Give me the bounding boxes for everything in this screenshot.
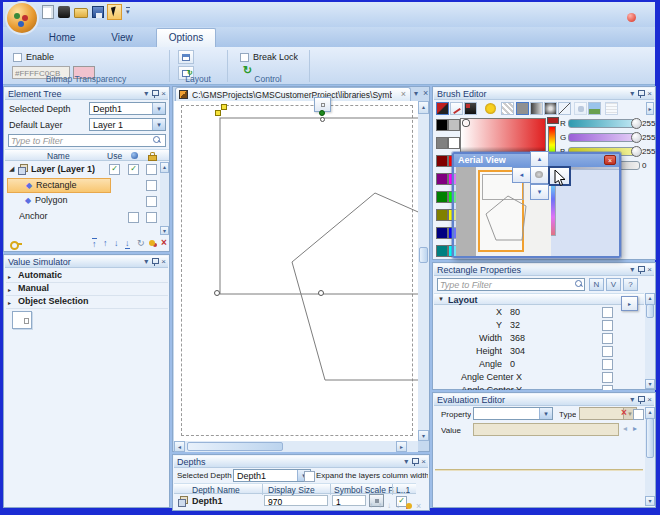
pin-icon[interactable] [151, 89, 158, 99]
selection-thumbnail[interactable] [12, 311, 32, 329]
pin-icon[interactable] [637, 265, 644, 275]
object-selection-label[interactable]: Object Selection [18, 296, 89, 306]
document-tab[interactable]: C:\GMSProjects\GMSCustomerProject\librar… [175, 87, 411, 101]
rectangle-properties-header[interactable]: Rectangle Properties ▾ × [434, 264, 654, 276]
tree-row-label[interactable]: Anchor [19, 211, 48, 221]
scroll-up-icon[interactable]: ▴ [418, 101, 429, 114]
slider-g-thumb[interactable] [631, 132, 642, 143]
bitmap-brush-icon[interactable] [464, 102, 477, 115]
save-layout-button[interactable] [178, 50, 194, 64]
tree-row-label[interactable]: Rectangle [36, 180, 77, 190]
expander-closed-icon[interactable]: ▸ [8, 272, 11, 282]
evaluation-checkbox[interactable] [633, 409, 644, 420]
lock-checkbox[interactable] [146, 180, 157, 191]
visibility-column-icon[interactable] [131, 152, 138, 159]
pen-brush-icon[interactable] [450, 102, 463, 115]
rotate-handle[interactable] [215, 110, 221, 116]
no-brush-icon[interactable] [501, 102, 514, 115]
expand-layers-checkbox[interactable] [304, 471, 315, 482]
picture-icon[interactable] [588, 102, 601, 115]
canvas-vscrollbar[interactable]: ▴ ▾ [418, 101, 429, 441]
visible-checkbox[interactable] [128, 212, 139, 223]
default-layer-combobox[interactable]: Layer 1 ▾ [89, 118, 166, 131]
properties-filter-input[interactable] [437, 278, 585, 291]
properties-scrollbar[interactable]: ▴ ▾ [645, 293, 655, 389]
evaluation-scrollbar[interactable]: ▴ ▾ [645, 407, 655, 506]
tree-row-anchor[interactable]: Anchor [5, 210, 161, 225]
scroll-thumb[interactable] [646, 418, 654, 458]
tab-home[interactable]: Home [36, 29, 88, 47]
automatic-label[interactable]: Automatic [18, 270, 62, 280]
canvas-hscrollbar[interactable]: ◂ ▸ [174, 441, 418, 452]
property-row-y[interactable]: Y 32 [434, 319, 644, 332]
scroll-down-icon[interactable]: ▾ [160, 226, 169, 235]
scroll-left-icon[interactable]: ◂ [174, 441, 185, 452]
lock-checkbox[interactable] [146, 164, 157, 175]
scroll-down-icon[interactable]: ▾ [645, 496, 655, 506]
flower-icon[interactable] [406, 503, 412, 509]
use-checkbox-checked[interactable]: ✓ [109, 164, 120, 175]
property-value[interactable]: 304 [510, 346, 570, 356]
property-row-width[interactable]: Width 368 [434, 332, 644, 345]
pattern-grid-icon[interactable] [605, 102, 618, 115]
element-tree-header[interactable]: Element Tree ▾ × [5, 88, 168, 100]
symbol-scale-cell[interactable]: 1 [332, 495, 366, 506]
property-bind-checkbox[interactable] [602, 307, 613, 318]
anchor-handle-green[interactable] [319, 110, 325, 116]
panel-menu-icon[interactable]: ▾ [630, 89, 634, 99]
solid-brush-icon[interactable] [436, 102, 449, 115]
property-value[interactable]: 368 [510, 333, 570, 343]
section-collapse-icon[interactable]: ▼ [438, 296, 444, 302]
pin-icon[interactable] [637, 395, 644, 405]
toolbar-overflow-icon[interactable]: ▸ [646, 102, 654, 115]
tree-row-layer[interactable]: ◢ Layer (Layer 1) ✓ ✓ [5, 162, 161, 177]
scroll-thumb[interactable] [646, 304, 654, 318]
corner-handle[interactable] [214, 290, 220, 296]
column-l1[interactable]: L..1 [396, 485, 410, 495]
property-bind-checkbox[interactable] [602, 359, 613, 370]
prev-arrow-icon[interactable]: ◂ [623, 424, 627, 433]
expander-manual[interactable]: ▸ Manual [6, 283, 168, 296]
move-to-top-icon[interactable]: ↑ [369, 501, 373, 511]
tab-view[interactable]: View [98, 29, 146, 47]
value-simulator-header[interactable]: Value Simulator ▾ × [5, 256, 168, 268]
delete-icon[interactable]: × [416, 501, 421, 511]
layout-section-header[interactable]: ▼ Layout [434, 293, 644, 305]
picker-marker[interactable] [463, 120, 469, 126]
splitter[interactable] [435, 469, 643, 471]
close-icon[interactable]: × [161, 89, 166, 99]
break-lock-checkbox[interactable] [240, 53, 249, 62]
edge-handle[interactable] [320, 117, 325, 122]
solid-fill-icon[interactable] [516, 102, 529, 115]
property-bind-checkbox[interactable] [602, 385, 613, 390]
slider-b-thumb[interactable] [631, 146, 642, 157]
expander-closed-icon[interactable]: ▸ [8, 285, 11, 295]
manual-label[interactable]: Manual [18, 283, 49, 293]
scroll-down-icon[interactable]: ▾ [645, 379, 655, 389]
move-to-bottom-icon[interactable]: ↓ [396, 501, 400, 511]
drawing-canvas[interactable] [174, 101, 418, 441]
close-icon[interactable]: × [421, 457, 426, 467]
depths-header[interactable]: Depths ▾ × [174, 456, 428, 468]
depths-depth-combobox[interactable]: Depth1 ▾ [233, 469, 311, 482]
tree-row-polygon[interactable]: ◆ Polygon [5, 194, 161, 209]
panel-menu-icon[interactable]: ▾ [404, 457, 408, 467]
new-document-icon[interactable] [42, 5, 54, 19]
color-wheel-icon[interactable] [485, 103, 496, 114]
close-icon[interactable]: × [161, 257, 166, 267]
panel-menu-icon[interactable]: ▾ [630, 265, 634, 275]
filter-name-button[interactable]: N [589, 278, 604, 291]
close-icon[interactable]: × [647, 395, 652, 405]
column-display-size[interactable]: Display Size [268, 485, 315, 495]
depth-name-cell[interactable]: Depth1 [192, 496, 223, 506]
property-row-height[interactable]: Height 304 [434, 345, 644, 358]
tree-column-header[interactable]: Name Use [5, 149, 169, 161]
property-bind-checkbox[interactable] [602, 333, 613, 344]
visible-checkbox-checked[interactable]: ✓ [128, 164, 139, 175]
slider-r-thumb[interactable] [631, 118, 642, 129]
clear-evaluation-icon[interactable]: × [621, 407, 627, 418]
expander-icon[interactable]: ◢ [9, 164, 14, 174]
property-value[interactable]: 80 [510, 307, 570, 317]
color-swatch[interactable] [436, 119, 448, 131]
import-icon[interactable] [58, 6, 70, 18]
